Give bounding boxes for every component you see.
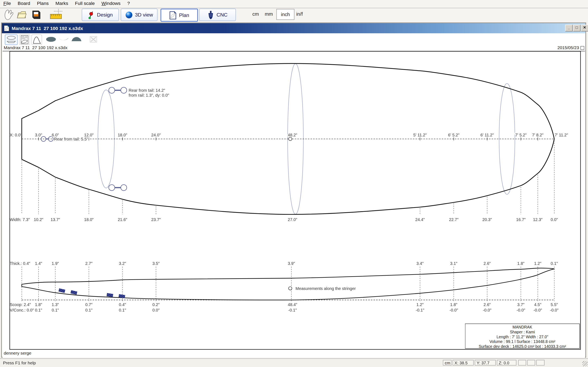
width-value: 16.7" (516, 217, 526, 222)
vconc-value: -0.0" (517, 308, 525, 312)
x-value: 7' 11.2" (555, 133, 568, 137)
nose-slice-ellipse (499, 83, 515, 194)
center-station-marker[interactable] (288, 137, 292, 141)
thickness-value: 0.1" (551, 261, 558, 266)
x-value: 3.0" (35, 133, 42, 137)
scoop-value: 4.5" (534, 302, 541, 307)
vconc-label: V/Conc.: 0.0" (10, 308, 34, 312)
vconc-value: -0.0" (550, 308, 559, 312)
status-empty-cell-3 (536, 360, 545, 366)
width-value: 12.3" (533, 217, 543, 222)
x-value: 6.0" (52, 133, 59, 137)
scoop-value: 3.7" (517, 302, 525, 307)
thickness-value: 3.9" (288, 261, 295, 266)
thickness-value: 3.5" (152, 261, 159, 266)
x-value: 24.0" (151, 133, 161, 137)
x-measurement-row: X: 0.0" 3.0" 6.0" 12.0" 18.0" 24.0" 48.2… (10, 133, 568, 137)
board-drawing[interactable]: Rear from tail: 14.2" from rail: 1.3", d… (0, 0, 588, 358)
plan-station-lines (22, 141, 554, 214)
x-value: 18.0" (118, 133, 127, 137)
status-z-coordinate: Z: 0.0 (497, 360, 517, 366)
vconc-value: -0.1" (416, 308, 424, 312)
vconc-value: 0.1" (119, 308, 126, 312)
thickness-value: 3.1" (450, 261, 457, 266)
scoop-value: 2.6" (484, 302, 491, 307)
thickness-value: 1.4" (35, 261, 42, 266)
info-dimensions: Length : 7' 11.2" Width : 27.0" (465, 334, 579, 339)
x-value: 6' 11.2" (480, 133, 494, 137)
vconc-measurement-row: V/Conc.: 0.0" 0.1" 0.1" 0.1" 0.1" 0.0" -… (10, 308, 559, 312)
vconc-value: 0.1" (85, 308, 93, 312)
width-value: 18.0" (84, 217, 94, 222)
scoop-value: 0.7" (85, 302, 93, 307)
status-help-text: Press F1 for help (3, 361, 36, 365)
profile-fin-plugs (59, 289, 125, 298)
width-value: 21.6" (118, 217, 127, 222)
scoop-value: 48.4" (288, 302, 297, 307)
vconc-value: 0.1" (52, 308, 59, 312)
width-label: Width: 7.3" (10, 217, 30, 222)
x-value: 12.0" (84, 133, 94, 137)
status-empty-cell-2 (527, 360, 535, 366)
vconc-value: -0.0" (449, 308, 458, 312)
x-value: 7' 5.2" (515, 133, 527, 137)
width-value: 22.7" (449, 217, 458, 222)
stringer-note-text: Measurements along the stringer (295, 286, 356, 291)
thickness-value: 1.9" (52, 261, 59, 266)
scoop-measurement-row: Scoop: 2.4" 1.8" 1.3" 0.7" 0.4" 0.2" 48.… (10, 302, 558, 307)
width-value: 0.0" (551, 217, 558, 222)
scoop-label: Scoop: 2.4" (10, 302, 31, 307)
screen: FileBoardPlansMarksFull scaleWindows? (0, 0, 588, 367)
thickness-value: 3.4" (416, 261, 424, 266)
vconc-value: 0.1" (35, 308, 42, 312)
status-bar: Press F1 for help cm X: 38.5 Y: 37.7 Z: … (0, 359, 588, 367)
board-profile-outline[interactable] (22, 268, 554, 300)
status-unit: cm (443, 360, 451, 366)
thickness-label: Thick.: 0.4" (10, 261, 30, 266)
scoop-value: 1.8" (450, 302, 457, 307)
info-shaper: Shaper : Kami (465, 329, 579, 334)
x-value: 7' 8.2" (532, 133, 544, 137)
width-value: 27.0" (288, 217, 297, 222)
x-value: 48.2" (288, 133, 297, 137)
width-measurement-row: Width: 7.3" 10.2" 13.7" 18.0" 21.6" 23.7… (10, 217, 558, 222)
vconc-value: -0.0" (534, 308, 542, 312)
x-label: X: 0.0" (10, 133, 22, 137)
width-value: 13.7" (51, 217, 60, 222)
scoop-value: 0.2" (152, 302, 159, 307)
width-value: 24.4" (415, 217, 425, 222)
resize-grip[interactable] (582, 361, 588, 366)
x-value: 5' 11.2" (413, 133, 427, 137)
width-value: 10.2" (34, 217, 43, 222)
scoop-value: 0.4" (119, 302, 126, 307)
fin-annotation-line2: from rail: 1.3", dy: 0.0" (129, 93, 169, 98)
thickness-value: 1.8" (517, 261, 525, 266)
app: FileBoardPlansMarksFull scaleWindows? (0, 0, 588, 367)
vconc-value: -0.1" (288, 308, 297, 312)
width-value: 23.7" (151, 217, 161, 222)
center-fin-annotation: Rear from tail: 5.5" (54, 137, 88, 141)
status-y-coordinate: Y: 37.7 (475, 360, 496, 366)
vconc-value: 0.0" (152, 308, 159, 312)
info-volume-surface: Volume : 99.1 l Surface : 13448.8 cm² (465, 339, 579, 344)
scoop-value: 1.3" (52, 302, 59, 307)
board-info-box: MANDRAK Shaper : Kami Length : 7' 11.2" … (465, 324, 580, 349)
status-empty-cell-1 (518, 360, 526, 366)
thickness-value: 1.2" (534, 261, 541, 266)
vconc-value: -0.0" (483, 308, 492, 312)
thickness-value: 2.7" (85, 261, 93, 266)
x-value: 6' 5.2" (448, 133, 459, 137)
fin-annotation-line1: Rear from tail: 14.2" (129, 88, 165, 92)
info-dev-surface: Surface dev deck : 14625.0 cm² bot : 140… (465, 344, 579, 349)
width-value: 20.3" (483, 217, 492, 222)
thickness-value: 3.2" (119, 261, 126, 266)
scoop-value: 1.2" (416, 302, 424, 307)
thickness-value: 2.6" (484, 261, 491, 266)
thickness-measurement-row: Thick.: 0.4" 1.4" 1.9" 2.7" 3.2" 3.5" 3.… (10, 261, 558, 266)
scoop-value: 1.8" (35, 302, 42, 307)
scoop-value: 5.5" (551, 302, 558, 307)
status-x-coordinate: X: 38.5 (453, 360, 474, 366)
stringer-note-marker (288, 287, 292, 290)
info-board-name: MANDRAK (465, 325, 579, 329)
